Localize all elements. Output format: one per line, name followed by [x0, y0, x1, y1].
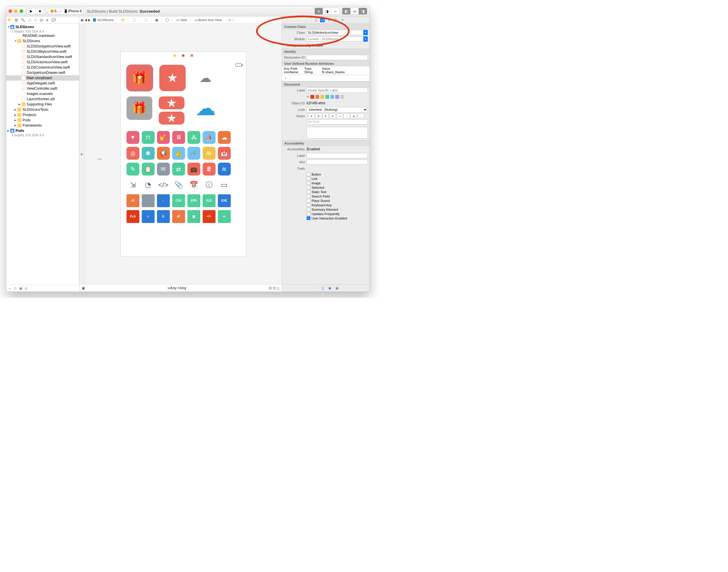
grid-icon[interactable]: 🗑 — [203, 163, 216, 175]
runtime-attrs-table[interactable]: Key Path Type Value iconName String ⇅ sh… — [282, 66, 370, 75]
test-nav-icon[interactable]: ◇ — [34, 18, 37, 22]
toggle-utilities[interactable]: ◨ — [359, 8, 367, 14]
size-class-control[interactable]: wAny hAny — [85, 286, 269, 290]
pin-icon[interactable]: ⊡ — [273, 286, 276, 290]
acc-hint-field[interactable] — [307, 159, 368, 165]
scheme-selector[interactable]: 🔶 S… 〉📱 iPhone 6 — [48, 8, 84, 14]
report-nav-icon[interactable]: 💬 — [52, 18, 56, 22]
tree-item[interactable]: DoctypeIconDrawer.swift — [6, 70, 79, 75]
add-attr-icon[interactable]: ＋ — [284, 76, 287, 80]
grid-icon[interactable]: 📅 — [187, 178, 200, 191]
trait-item[interactable]: Image — [307, 181, 339, 185]
notes-font-field[interactable]: No Font — [307, 119, 368, 125]
grid-icon[interactable]: ▦ — [187, 210, 200, 223]
tree-item[interactable]: ▶Frameworks — [6, 123, 79, 128]
grid-icon[interactable]: ≋ — [218, 163, 231, 175]
run-button[interactable]: ▶ — [27, 8, 35, 14]
grid-icon[interactable]: ✱ — [142, 147, 155, 160]
grid-icon[interactable]: CSV — [172, 194, 185, 207]
trait-item[interactable]: Summary Element — [307, 208, 368, 211]
grid-icon[interactable]: ⇲ — [127, 178, 139, 191]
grid-icon[interactable]: ✉ — [157, 163, 170, 175]
grid-icon[interactable]: 🔗 — [187, 147, 200, 160]
restoration-field[interactable] — [307, 55, 368, 60]
trait-item[interactable]: Button — [307, 172, 339, 176]
class-field[interactable] — [307, 30, 363, 35]
symbol-nav-icon[interactable]: ▦ — [15, 18, 18, 22]
grid-icon[interactable]: 📢 — [157, 147, 170, 160]
trait-item[interactable]: Keyboard Key — [307, 203, 368, 207]
grid-icon[interactable]: ✎ — [127, 163, 139, 175]
file-tree[interactable]: ▼◆SLDSIcons 2 targets, iOS SDK 8.4 READM… — [6, 24, 79, 285]
size-inspector-icon[interactable]: 📏 — [334, 18, 338, 22]
grid-icon[interactable]: FLA — [127, 210, 139, 223]
stop-button[interactable]: ■ — [35, 8, 44, 14]
tree-item[interactable]: Main.storyboard — [6, 75, 79, 81]
font-a-icon[interactable]: a — [350, 114, 357, 119]
jump-bar[interactable]: ▦ ◀ ▶ 📘 SLDSIcons〉 📁〉 📄〉 📄〉 ▦〉 ◯〉 ▭ View… — [79, 16, 282, 24]
grid-icon[interactable]: 👍 — [172, 147, 185, 160]
resolve-icon[interactable]: △ — [277, 286, 279, 290]
trait-item[interactable]: ✓User Interaction Enabled — [307, 216, 368, 220]
issue-nav-icon[interactable]: ⚠ — [28, 18, 31, 22]
list-icon[interactable]: --- — [336, 114, 343, 119]
grid-icon[interactable]: 🎷 — [157, 131, 170, 144]
tree-project2[interactable]: ▶◆Pods — [6, 128, 79, 133]
remove-attr-icon[interactable]: － — [288, 76, 292, 80]
align-right-icon[interactable]: ≡ — [322, 114, 329, 119]
trait-item[interactable]: Search Field — [307, 194, 368, 198]
editor-version[interactable]: ↔ — [331, 8, 339, 14]
grid-icon[interactable]: ▭ — [218, 210, 231, 223]
help-inspector-icon[interactable]: ⍰ — [315, 18, 317, 22]
close-window[interactable] — [8, 9, 12, 13]
toggle-navigator[interactable]: ◧ — [342, 8, 350, 14]
label-color-swatches[interactable]: ✕ — [307, 94, 368, 99]
star-small-icon-2[interactable]: ★ — [159, 112, 184, 125]
grid-icon[interactable]: ≡ — [142, 210, 155, 223]
scene-exit-icon[interactable]: ◉ — [181, 53, 185, 58]
grid-icon[interactable]: ☁ — [218, 131, 231, 144]
trait-item[interactable]: Link — [307, 177, 339, 181]
tree-item[interactable]: ▼SLDSIcons — [6, 39, 79, 44]
back-icon[interactable]: ◀ — [85, 18, 87, 22]
trait-item[interactable]: Selected — [307, 186, 339, 189]
grid-icon[interactable]: ▭ — [218, 178, 231, 191]
trait-item[interactable]: Static Text — [307, 190, 368, 194]
tree-item[interactable]: SLDSUtilityIconView.swift — [6, 49, 79, 54]
grid-icon[interactable]: ⇄ — [172, 163, 185, 175]
grid-icon[interactable]: 🗗 — [172, 210, 185, 223]
filter-menu-icon[interactable]: ◎ — [24, 286, 27, 290]
next-issue-icon[interactable]: 〉 — [232, 18, 235, 22]
grid-icon[interactable]: </> — [203, 210, 216, 223]
tree-item[interactable]: ▶SLDSIconsTests — [6, 107, 79, 112]
file-inspector-icon[interactable]: 📄 — [308, 18, 312, 22]
grid-icon[interactable]: 🖥 — [172, 131, 185, 144]
grid-icon[interactable]: ◔ — [142, 178, 155, 191]
tree-item[interactable]: SLDSDoctypeIconView.swift — [6, 44, 79, 49]
toggle-debug[interactable]: ▭ — [350, 8, 359, 14]
breakpoint-nav-icon[interactable]: ◈ — [46, 18, 49, 22]
star-small-icon[interactable]: ★ — [159, 96, 184, 109]
grid-icon[interactable]: 📎 — [172, 178, 185, 191]
grid-icon[interactable]: G — [157, 210, 170, 223]
align-justify-icon[interactable]: ≡ — [329, 114, 336, 119]
tree-item[interactable]: AppDelegate.swift — [6, 81, 79, 86]
align-icon[interactable]: ⊟ — [269, 286, 272, 290]
trait-item[interactable]: Plays Sound — [307, 199, 368, 203]
tree-item[interactable]: README.markdown — [6, 33, 79, 39]
module-field[interactable] — [307, 36, 363, 42]
tree-item[interactable]: Images.xcassets — [6, 91, 79, 96]
connections-inspector-icon[interactable]: ➜ — [341, 18, 344, 22]
filter-scm-icon[interactable]: ▣ — [19, 286, 22, 290]
tree-project[interactable]: ▼◆SLDSIcons — [6, 24, 79, 29]
tree-item[interactable]: SLDSActionIconView.swift — [6, 60, 79, 65]
add-target-icon[interactable]: ＋ — [8, 286, 11, 291]
grid-icon[interactable]: ⓘ — [203, 178, 216, 191]
grid-icon[interactable]: AI — [127, 194, 139, 207]
class-dropdown-icon[interactable]: ▾ — [363, 30, 368, 35]
align-center-icon[interactable]: ≡ — [315, 114, 322, 119]
doc-label-field[interactable] — [307, 88, 368, 93]
issues-icon[interactable]: ⚠ — [228, 18, 231, 22]
strike-icon[interactable]: ⟋ — [343, 114, 350, 119]
scene-first-responder-icon[interactable]: ◉ — [173, 53, 176, 58]
